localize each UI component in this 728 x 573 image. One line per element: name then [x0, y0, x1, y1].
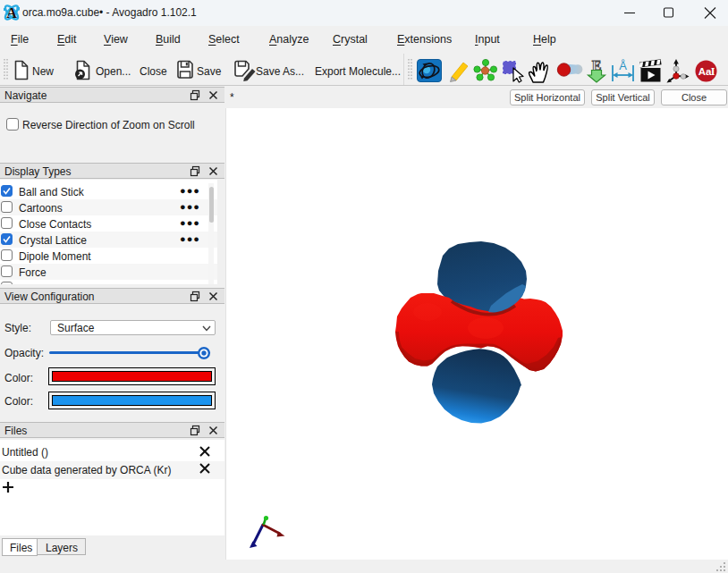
- svg-text:Å: Å: [619, 59, 627, 72]
- svg-text:A: A: [6, 5, 17, 21]
- svg-text:I: I: [711, 65, 715, 78]
- svg-text:Aa: Aa: [698, 66, 712, 77]
